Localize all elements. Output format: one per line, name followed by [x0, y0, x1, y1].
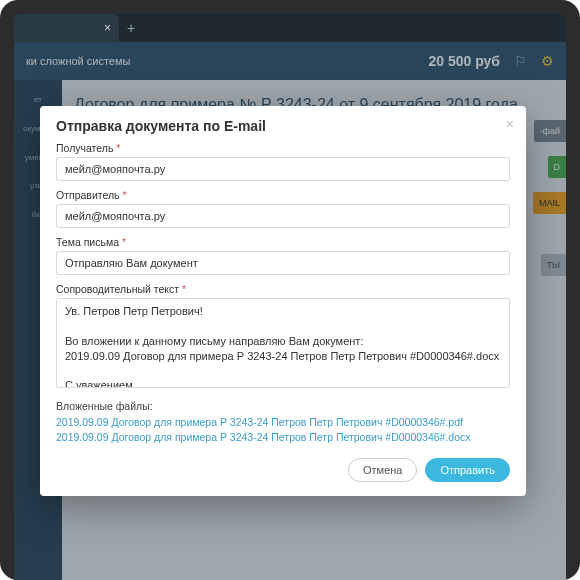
modal-title: Отправка документа по E-mail: [56, 118, 510, 134]
screen: × + ки сложной системы 20 500 руб ⚐ ⚙ ет…: [14, 14, 566, 580]
device-frame: × + ки сложной системы 20 500 руб ⚐ ⚙ ет…: [0, 0, 580, 580]
close-icon[interactable]: ×: [506, 116, 514, 132]
body-textarea[interactable]: [56, 298, 510, 388]
email-modal: × Отправка документа по E-mail Получател…: [40, 106, 526, 496]
sender-label: Отправитель *: [56, 189, 510, 201]
subject-label: Тема письма *: [56, 236, 510, 248]
recipient-input[interactable]: [56, 157, 510, 181]
sender-input[interactable]: [56, 204, 510, 228]
browser-tab-strip: × +: [14, 14, 566, 42]
new-tab-icon[interactable]: +: [127, 20, 135, 36]
body-label: Сопроводительный текст *: [56, 283, 510, 295]
recipient-label: Получатель *: [56, 142, 510, 154]
browser-tab[interactable]: ×: [14, 14, 119, 42]
close-tab-icon[interactable]: ×: [104, 21, 111, 35]
send-button[interactable]: Отправить: [425, 458, 510, 482]
attachments-label: Вложенные файлы:: [56, 400, 510, 412]
cancel-button[interactable]: Отмена: [348, 458, 417, 482]
modal-footer: Отмена Отправить: [56, 458, 510, 482]
attachment-link[interactable]: 2019.09.09 Договор для примера Р 3243-24…: [56, 415, 510, 430]
attachment-link[interactable]: 2019.09.09 Договор для примера Р 3243-24…: [56, 430, 510, 445]
subject-input[interactable]: [56, 251, 510, 275]
